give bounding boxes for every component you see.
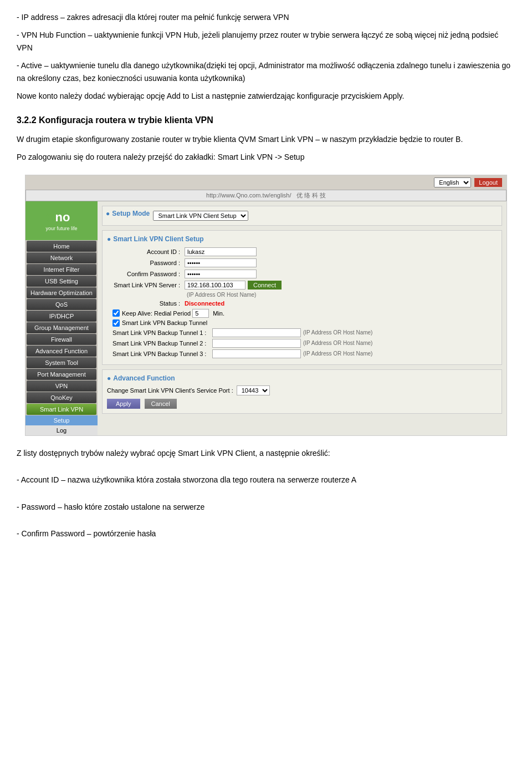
- tunnel1-input[interactable]: [212, 328, 301, 337]
- server-row: Smart Link VPN Server : Connect: [107, 281, 497, 290]
- keepalive-label: Keep Alive: Redial Period: [122, 310, 191, 317]
- logo-no: no: [55, 210, 70, 225]
- account-id-input[interactable]: [185, 247, 257, 256]
- sidebar-item-home[interactable]: Home: [27, 241, 96, 252]
- page-container: - IP address – zakres adresacji dla któr…: [0, 0, 532, 556]
- client-setup-section: Smart Link VPN Client Setup Account ID :…: [102, 230, 502, 365]
- setup-mode-row: Setup Mode Smart Link VPN Client Setup: [102, 206, 502, 226]
- action-buttons: Apply Cancel: [107, 399, 497, 409]
- sidebar-item-hardware-optimization[interactable]: Hardware Optimization: [27, 287, 96, 298]
- router-body: Q no your future life Home Network Inter…: [25, 201, 507, 435]
- sidebar-submenu-log[interactable]: Log: [25, 425, 98, 435]
- para3: - Active – uaktywnienie tunelu dla daneg…: [17, 59, 515, 84]
- sidebar-item-advanced-function[interactable]: Advanced Function: [27, 346, 96, 357]
- sidebar-item-group-management[interactable]: Group Management: [27, 322, 96, 333]
- router-main: Setup Mode Smart Link VPN Client Setup S…: [98, 201, 507, 435]
- router-logo: Q no your future life: [25, 201, 98, 240]
- language-select[interactable]: English: [434, 177, 471, 187]
- account-id-row: Account ID :: [107, 247, 497, 256]
- tunnel3-row: Smart Link VPN Backup Tunnel 3 : (IP Add…: [107, 349, 497, 358]
- tunnel2-note: (IP Address OR Host Name): [303, 340, 372, 346]
- setup-mode-title: Setup Mode: [106, 210, 150, 217]
- keepalive-unit: Min.: [213, 310, 224, 317]
- server-note-row: (IP Address OR Host Name): [107, 292, 497, 298]
- apply-button[interactable]: Apply: [107, 399, 140, 409]
- router-screenshot: English Logout http://www.Qno.com.tw/eng…: [25, 175, 507, 436]
- router-sidebar: Q no your future life Home Network Inter…: [25, 201, 98, 435]
- tunnel2-input[interactable]: [212, 339, 301, 348]
- tunnel3-label: Smart Link VPN Backup Tunnel 3 :: [112, 351, 212, 357]
- logo-q: Q: [45, 210, 55, 225]
- router-top-bar: English Logout: [25, 175, 507, 190]
- sidebar-item-network[interactable]: Network: [27, 252, 96, 263]
- sidebar-item-qos[interactable]: QoS: [27, 299, 96, 310]
- client-setup-title: Smart Link VPN Client Setup: [107, 235, 497, 243]
- logo-tagline: your future life: [45, 226, 77, 231]
- sidebar-item-usb-setting[interactable]: USB Setting: [27, 276, 96, 287]
- sidebar-item-firewall[interactable]: Firewall: [27, 334, 96, 345]
- server-label: Smart Link VPN Server :: [107, 282, 185, 288]
- para7: Z listy dostępnych trybów należy wybrać …: [17, 447, 515, 459]
- password-label: Password :: [107, 260, 185, 266]
- advanced-section: Advanced Function Change Smart Link VPN …: [102, 369, 502, 414]
- para1: - IP address – zakres adresacji dla któr…: [17, 11, 515, 23]
- para9: - Password – hasło które zostało ustalon…: [17, 501, 515, 513]
- sidebar-item-port-management[interactable]: Port Management: [27, 369, 96, 380]
- server-input[interactable]: [185, 281, 245, 290]
- sidebar-item-system-tool[interactable]: System Tool: [27, 357, 96, 368]
- server-note: (IP Address OR Host Name): [187, 292, 256, 298]
- keepalive-checkbox[interactable]: [112, 309, 120, 317]
- sidebar-item-smart-link-vpn[interactable]: Smart Link VPN: [27, 404, 96, 415]
- para8: - Account ID – nazwa użytkownika która z…: [17, 474, 515, 486]
- sidebar-item-ipdhcp[interactable]: IP/DHCP: [27, 311, 96, 322]
- url-text: http://www.Qno.com.tw/english/: [206, 192, 291, 199]
- advanced-title: Advanced Function: [107, 374, 497, 382]
- status-value: Disconnected: [185, 300, 224, 307]
- tunnel1-note: (IP Address OR Host Name): [303, 329, 372, 336]
- sidebar-item-vpn[interactable]: VPN: [27, 380, 96, 392]
- para5: W drugim etapie skonfigurowany zostanie …: [17, 133, 515, 145]
- tunnel3-note: (IP Address OR Host Name): [303, 351, 372, 357]
- section-heading: 3.2.2 Konfiguracja routera w trybie klie…: [17, 113, 515, 128]
- para4: Nowe konto należy dodać wybierając opcję…: [17, 90, 515, 102]
- backup-tunnel-checkbox[interactable]: [112, 319, 120, 327]
- sidebar-item-qnokey[interactable]: QnoKey: [27, 392, 96, 403]
- tunnel2-row: Smart Link VPN Backup Tunnel 2 : (IP Add…: [107, 339, 497, 348]
- tunnel1-row: Smart Link VPN Backup Tunnel 1 : (IP Add…: [107, 328, 497, 337]
- sidebar-item-internet-filter[interactable]: Internet Filter: [27, 264, 96, 275]
- account-id-label: Account ID :: [107, 248, 185, 255]
- status-label: Status :: [107, 300, 185, 307]
- port-row: Change Smart Link VPN Client's Service P…: [107, 385, 497, 395]
- logout-button[interactable]: Logout: [474, 178, 502, 187]
- backup-tunnel-check-row: Smart Link VPN Backup Tunnel: [107, 319, 497, 327]
- confirm-password-input[interactable]: [185, 270, 257, 278]
- url-chinese: 优 络 科 技: [296, 192, 326, 199]
- para6: Po zalogowaniu się do routera należy prz…: [17, 151, 515, 163]
- backup-tunnel-label: Smart Link VPN Backup Tunnel: [122, 319, 207, 326]
- router-url-bar: http://www.Qno.com.tw/english/ 优 络 科 技: [25, 190, 507, 201]
- para2: - VPN Hub Function – uaktywnienie funkcj…: [17, 29, 515, 54]
- cancel-button[interactable]: Cancel: [145, 399, 177, 409]
- confirm-password-row: Confirm Password :: [107, 270, 497, 278]
- connect-button[interactable]: Connect: [248, 281, 282, 290]
- password-row: Password :: [107, 258, 497, 267]
- tunnel3-input[interactable]: [212, 349, 301, 358]
- setup-mode-select[interactable]: Smart Link VPN Client Setup: [153, 211, 248, 221]
- tunnel2-label: Smart Link VPN Backup Tunnel 2 :: [112, 340, 212, 347]
- tunnel1-label: Smart Link VPN Backup Tunnel 1 :: [112, 329, 212, 336]
- sidebar-submenu-setup[interactable]: Setup: [25, 415, 98, 425]
- keepalive-row: Keep Alive: Redial Period Min.: [107, 309, 497, 318]
- password-input[interactable]: [185, 258, 257, 267]
- confirm-password-label: Confirm Password :: [107, 271, 185, 277]
- status-row: Status : Disconnected: [107, 300, 497, 307]
- port-label: Change Smart Link VPN Client's Service P…: [107, 387, 233, 394]
- keepalive-value-input[interactable]: [192, 309, 209, 318]
- router-logo-inner: Q no your future life: [45, 210, 77, 231]
- port-select[interactable]: 10443: [237, 385, 270, 395]
- para10: - Confirm Password – powtórzenie hasła: [17, 527, 515, 540]
